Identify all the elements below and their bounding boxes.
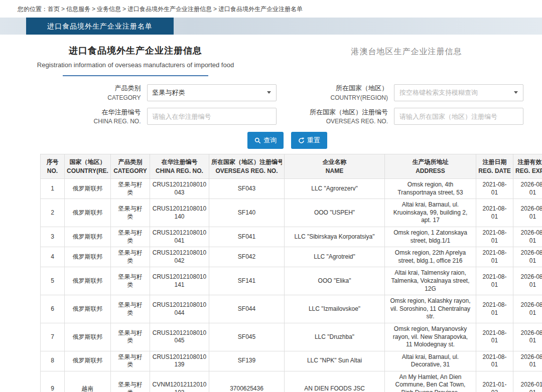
cell-address: Omsk region, Kalashky rayon, vil. Sorosh…: [385, 295, 476, 323]
cell-name: LLC "NPK" Sun Altai: [285, 351, 385, 371]
cell-reg_expiry: 2026-08-01: [513, 199, 542, 227]
banner-tab-registration-list[interactable]: 进口食品境外生产企业注册名单: [26, 18, 174, 35]
table-row: 5俄罗斯联邦坚果与籽类CRUS12012108010141SF141OOO "E…: [41, 267, 542, 295]
reset-button[interactable]: 重置: [291, 132, 327, 149]
breadcrumb-separator: >: [122, 6, 126, 13]
cell-overseas_reg_no: SF139: [209, 351, 285, 371]
breadcrumb-item[interactable]: 业务信息: [97, 6, 121, 13]
cell-reg_expiry: 2026-08-01: [513, 351, 542, 371]
cell-address: Omsk region, Maryanovsky rayon, vil. New…: [385, 323, 476, 351]
column-header: 生产场所地址ADDRESS: [385, 154, 476, 179]
breadcrumb-item[interactable]: 进口食品境外生产企业注册名单: [218, 6, 303, 13]
refresh-icon: [298, 137, 305, 144]
tab-hk-mo-tw-registration-info[interactable]: 港澳台地区生产企业注册信息: [271, 45, 542, 76]
cell-category: 坚果与籽类: [111, 179, 150, 199]
cell-address: Altai krai, Barnaul, ul. Kruoinskaya, 99…: [385, 199, 476, 227]
cell-name: LLC "Izmailovskoe": [285, 295, 385, 323]
column-header-cn: 产品类别: [113, 157, 148, 166]
column-header-en: REG. DATE: [478, 166, 511, 175]
cell-reg_date: 2021-08-01: [476, 295, 513, 323]
column-header: 企业名称NAME: [285, 154, 385, 179]
cell-no: 2: [41, 199, 65, 227]
china-reg-input[interactable]: [147, 108, 277, 125]
cell-china_reg_no: CRUS12012108010139: [150, 351, 209, 371]
cell-reg_expiry: 2026-08-01: [513, 247, 542, 267]
cell-name: LLC "Druzhba": [285, 323, 385, 351]
cell-reg_expiry: 2026-08-01: [513, 179, 542, 199]
china-reg-group: 在华注册编号 CHINA REG. NO.: [40, 107, 288, 126]
cell-no: 9: [41, 371, 65, 392]
cell-china_reg_no: CRUS12012108010044: [150, 295, 209, 323]
column-header: 所在国家（地区）注册编号OVERSEAS REG. NO.: [209, 154, 285, 179]
cell-reg_date: 2021-08-01: [476, 179, 513, 199]
cell-overseas_reg_no: SF141: [209, 267, 285, 295]
cell-category: 坚果与籽类: [111, 351, 150, 371]
column-header-cn: 所在国家（地区）注册编号: [211, 157, 282, 166]
cell-reg_expiry: 2026-01-01: [513, 371, 542, 392]
cell-reg_date: 2021-08-01: [476, 267, 513, 295]
cell-china_reg_no: CRUS12012108010140: [150, 199, 209, 227]
column-header: 注册日期REG. DATE: [476, 154, 513, 179]
table-row: 7俄罗斯联邦坚果与籽类CRUS12012108010045SF045LLC "D…: [41, 323, 542, 351]
breadcrumb-separator: >: [92, 6, 95, 13]
overseas-reg-input[interactable]: [394, 108, 523, 125]
cell-china_reg_no: CRUS12012108010042: [150, 247, 209, 267]
search-icon: [254, 137, 261, 144]
cell-no: 8: [41, 351, 65, 371]
cell-category: 坚果与籽类: [111, 199, 150, 227]
cell-overseas_reg_no: 3700625436: [209, 371, 285, 392]
column-header-en: ADDRESS: [387, 166, 474, 175]
results-table: 序号NO.国家（地区）COUNTRY(RE...产品类别CATEGORY在华注册…: [40, 154, 542, 392]
category-select-value: 坚果与籽类: [153, 88, 185, 97]
cell-overseas_reg_no: SF044: [209, 295, 285, 323]
cell-address: Omsk region, 1 Zatonskaya street, bldg.1…: [385, 227, 476, 247]
breadcrumb-item[interactable]: 进口食品境外生产企业注册信息: [127, 6, 212, 13]
table-row: 4俄罗斯联邦坚果与籽类CRUS12012108010042SF042LLC "A…: [41, 247, 542, 267]
column-header: 产品类别CATEGORY: [111, 154, 150, 179]
cell-category: 坚果与籽类: [111, 323, 150, 351]
cell-category: 坚果与籽类: [111, 227, 150, 247]
cell-address: Altai krai, Talmensky raion, Talmenka, V…: [385, 267, 476, 295]
cell-name: LLC "Agrotreid": [285, 247, 385, 267]
category-select[interactable]: 坚果与籽类: [147, 84, 277, 101]
column-header-en: CHINA REG. NO.: [152, 166, 207, 175]
form-actions: 查询 重置: [40, 132, 534, 149]
column-header: 注册有效期REG. EXPIR...: [513, 154, 542, 179]
cell-category: 坚果与籽类: [111, 371, 150, 392]
table-row: 8俄罗斯联邦坚果与籽类CRUS12012108010139SF139LLC "N…: [41, 351, 542, 371]
cell-reg_date: 2021-08-01: [476, 227, 513, 247]
cell-no: 6: [41, 295, 65, 323]
china-reg-label: 在华注册编号 CHINA REG. NO.: [93, 107, 147, 126]
column-header: 在华注册编号CHINA REG. NO.: [150, 154, 209, 179]
column-header: 序号NO.: [41, 154, 65, 179]
column-header-cn: 序号: [43, 157, 62, 166]
search-form: 产品类别 CATEGORY 坚果与籽类 所在国家（地区） COUNTRY(REG…: [40, 83, 534, 126]
form-row-1: 产品类别 CATEGORY 坚果与籽类 所在国家（地区） COUNTRY(REG…: [40, 83, 534, 102]
table-row: 1俄罗斯联邦坚果与籽类CRUS12012108010043SF043LLC "A…: [41, 179, 542, 199]
search-button[interactable]: 查询: [247, 132, 284, 149]
column-header-en: OVERSEAS REG. NO.: [211, 166, 282, 175]
chevron-down-icon: [267, 91, 271, 94]
cell-name: AN DIEN FOODS JSC: [285, 371, 385, 392]
country-select[interactable]: 按空格键检索支持模糊查询: [394, 84, 523, 101]
cell-address: An My Hamlet, An Dien Commune, Ben Cat T…: [385, 371, 476, 392]
cell-no: 3: [41, 227, 65, 247]
cell-country: 俄罗斯联邦: [65, 323, 111, 351]
cell-china_reg_no: CVNM12012112010103: [150, 371, 209, 392]
cell-country: 越南: [65, 371, 111, 392]
table-row: 3俄罗斯联邦坚果与籽类CRUS12012108010041SF041LLC "S…: [41, 227, 542, 247]
cell-china_reg_no: CRUS12012108010045: [150, 323, 209, 351]
cell-name: OOO "Elika": [285, 267, 385, 295]
results-table-wrap: 序号NO.国家（地区）COUNTRY(RE...产品类别CATEGORY在华注册…: [40, 154, 542, 392]
cell-address: Omsk region, 22th Aprelya street, bldg.1…: [385, 247, 476, 267]
breadcrumb-separator: >: [213, 6, 217, 13]
breadcrumb-item[interactable]: 首页: [48, 6, 60, 13]
chevron-down-icon: [514, 91, 518, 94]
cell-address: Altai krai, Barnaul, ul. Decorative, 31: [385, 351, 476, 371]
table-row: 2俄罗斯联邦坚果与籽类CRUS12012108010140SF140OOO "U…: [41, 199, 542, 227]
tabs: 进口食品境外生产企业注册信息 Registration information …: [0, 45, 542, 76]
breadcrumb-item[interactable]: 信息服务: [66, 6, 90, 13]
column-header-cn: 在华注册编号: [152, 157, 207, 166]
cell-reg_date: 2021-08-01: [476, 351, 513, 371]
tab-overseas-registration-info[interactable]: 进口食品境外生产企业注册信息 Registration information …: [0, 45, 271, 76]
